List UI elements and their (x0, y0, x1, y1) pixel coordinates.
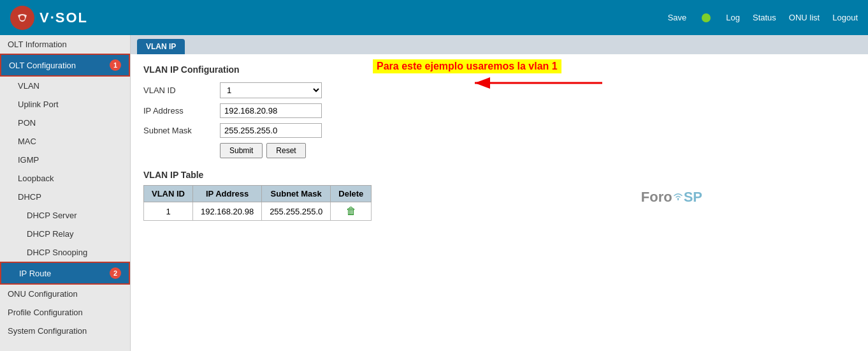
vlan-id-label: VLAN ID (143, 86, 220, 95)
header-right: Save Log Status ONU list Logout (668, 13, 858, 22)
sidebar-item-vlan[interactable]: VLAN (0, 77, 130, 95)
arrow-annotation (468, 73, 609, 93)
annotation-text: Para este ejemplo usaremos la vlan 1 (373, 59, 561, 73)
logo-text: V·SOL (40, 10, 88, 26)
sidebar-item-ip-route[interactable]: IP Route 2 (0, 262, 130, 285)
cell-vlan-id: 1 (144, 202, 193, 221)
badge-1: 1 (110, 59, 121, 71)
ip-address-input[interactable] (220, 103, 322, 118)
content-area: VLAN IP Configuration Para este ejemplo … (131, 54, 868, 231)
subnet-mask-input[interactable] (220, 123, 322, 138)
watermark: Foro SP (641, 189, 702, 205)
sidebar-item-system-configuration[interactable]: System Configuration (0, 322, 130, 340)
status-indicator (702, 13, 711, 22)
svg-point-1 (20, 15, 25, 20)
main-content: VLAN IP VLAN IP Configuration Para este … (131, 35, 868, 351)
reset-button[interactable]: Reset (266, 143, 305, 158)
sidebar-item-olt-information[interactable]: OLT Information (0, 35, 130, 54)
cell-delete[interactable]: 🗑 (331, 202, 372, 221)
sidebar-item-dhcp-snooping[interactable]: DHCP Snooping (0, 243, 130, 262)
sidebar-item-igmp[interactable]: IGMP (0, 151, 130, 169)
sidebar-item-onu-configuration[interactable]: ONU Configuration (0, 285, 130, 303)
form-buttons: Submit Reset (220, 143, 855, 158)
header-nav: Log Status ONU list Logout (726, 13, 858, 22)
subnet-mask-label: Subnet Mask (143, 126, 220, 135)
submit-button[interactable]: Submit (220, 143, 263, 158)
onu-list-link[interactable]: ONU list (789, 13, 820, 22)
sidebar-item-dhcp-server[interactable]: DHCP Server (0, 206, 130, 225)
layout: OLT Information OLT Configuration 1 VLAN… (0, 35, 868, 351)
col-header-ip-address: IP Address (193, 186, 262, 202)
logo-area: V·SOL (10, 6, 88, 30)
log-link[interactable]: Log (726, 13, 740, 22)
ip-address-row: IP Address (143, 103, 855, 118)
cell-subnet-mask: 255.255.255.0 (262, 202, 331, 221)
vlan-id-select[interactable]: 1 2 10 100 (220, 82, 322, 98)
sidebar-item-mac[interactable]: MAC (0, 132, 130, 151)
sidebar-item-dhcp-relay[interactable]: DHCP Relay (0, 225, 130, 243)
sidebar-item-loopback[interactable]: Loopback (0, 169, 130, 188)
save-button[interactable]: Save (668, 13, 687, 22)
status-link[interactable]: Status (753, 13, 776, 22)
sidebar-item-pon[interactable]: PON (0, 114, 130, 132)
ip-address-label: IP Address (143, 106, 220, 116)
subnet-mask-row: Subnet Mask (143, 123, 855, 138)
logout-link[interactable]: Logout (832, 13, 858, 22)
table-title: VLAN IP Table (143, 170, 855, 180)
sidebar-item-dhcp[interactable]: DHCP (0, 188, 130, 206)
tab-bar: VLAN IP (131, 35, 868, 54)
sidebar-item-profile-configuration[interactable]: Profile Configuration (0, 303, 130, 322)
col-header-delete: Delete (331, 186, 372, 202)
col-header-subnet-mask: Subnet Mask (262, 186, 331, 202)
tab-vlan-ip[interactable]: VLAN IP (137, 39, 185, 54)
sidebar-item-uplink-port[interactable]: Uplink Port (0, 95, 130, 114)
vlan-ip-table: VLAN ID IP Address Subnet Mask Delete 1 … (143, 185, 372, 221)
col-header-vlan-id: VLAN ID (144, 186, 193, 202)
sidebar: OLT Information OLT Configuration 1 VLAN… (0, 35, 131, 351)
table-row: 1 192.168.20.98 255.255.255.0 🗑 (144, 202, 372, 221)
logo-icon (10, 6, 34, 30)
cell-ip-address: 192.168.20.98 (193, 202, 262, 221)
badge-2: 2 (110, 267, 121, 279)
sidebar-item-olt-configuration[interactable]: OLT Configuration 1 (0, 54, 130, 77)
header: V·SOL Save Log Status ONU list Logout (0, 0, 868, 35)
delete-icon[interactable]: 🗑 (346, 205, 356, 216)
